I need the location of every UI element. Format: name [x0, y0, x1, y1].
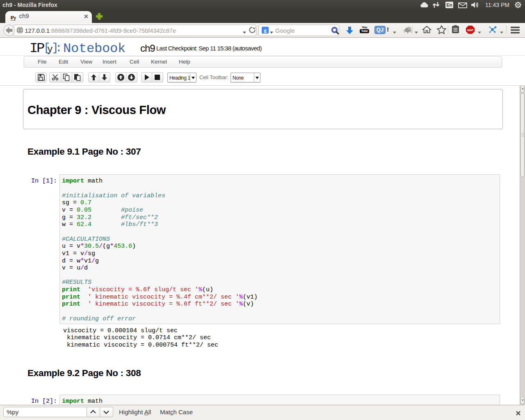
- svg-text:ABP: ABP: [467, 28, 474, 32]
